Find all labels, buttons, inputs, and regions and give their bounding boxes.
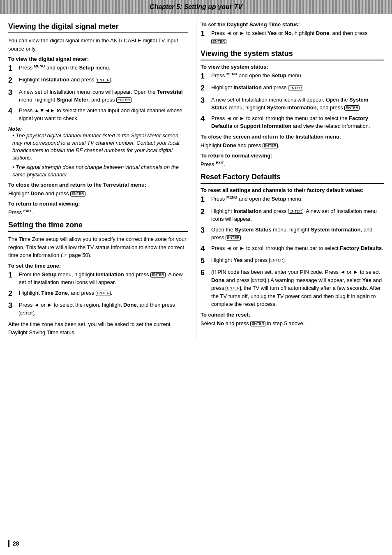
step-item: 4 Press ◄ or ► to scroll through the men… xyxy=(201,244,384,254)
menu-key: MENU xyxy=(226,195,238,199)
section4-title: Reset Factory Defaults xyxy=(201,173,384,184)
dst-sub: To set the Daylight Saving Time status: xyxy=(201,21,384,28)
exit-key: EXIT xyxy=(216,161,224,165)
section4-cancel-text: Select No and press ENTER in step 5 abov… xyxy=(201,319,384,328)
content-area: Viewing the digital signal meter You can… xyxy=(0,14,392,343)
enter-key: ENTER xyxy=(96,78,111,83)
note-title: Note: xyxy=(8,126,22,132)
section4-sub2: To cancel the reset: xyxy=(201,312,384,318)
header-title: Chapter 5: Setting up your TV xyxy=(150,3,242,10)
note-item: The physical digital channel number list… xyxy=(12,132,188,162)
section2-after-steps: After the time zone has been set, you wi… xyxy=(8,320,188,336)
section2-intro: The Time Zone setup will allow you to sp… xyxy=(8,235,188,259)
section3-title: Viewing the system status xyxy=(201,49,384,60)
note-item: The signal strength does not change betw… xyxy=(12,164,188,178)
section1-close-text: Highlight Done and press ENTER. xyxy=(8,190,188,198)
enter-key: ENTER xyxy=(19,311,34,316)
right-column: To set the Daylight Saving Time status: … xyxy=(196,18,384,339)
dst-steps: 1 Press ◄ or ► to select Yes or No, high… xyxy=(201,29,384,45)
section2-sub1: To set the time zone: xyxy=(8,263,188,269)
menu-key: MENU xyxy=(34,64,45,68)
step-item: 5 Highlight Yes and press ENTER. xyxy=(201,256,384,266)
enter-key: ENTER xyxy=(288,86,303,91)
enter-key: ENTER xyxy=(250,321,265,326)
left-column: Viewing the digital signal meter You can… xyxy=(8,18,196,339)
section-digital-signal-meter: Viewing the digital signal meter You can… xyxy=(8,22,188,217)
enter-key: ENTER xyxy=(263,143,278,148)
section-system-status: Viewing the system status To view the sy… xyxy=(201,49,384,169)
enter-key: ENTER xyxy=(150,272,166,278)
step-item: 1 Press ◄ or ► to select Yes or No, high… xyxy=(201,29,384,45)
enter-key: ENTER xyxy=(70,191,85,197)
section3-close-text: Highlight Done and press ENTER. xyxy=(201,141,384,150)
page-header: Chapter 5: Setting up your TV xyxy=(0,0,392,14)
enter-key: ENTER xyxy=(211,39,226,44)
enter-key: ENTER xyxy=(288,209,303,214)
step-item: 2 Highlight Installation and press ENTER… xyxy=(8,76,188,85)
enter-key: ENTER xyxy=(226,235,241,240)
step-item: 2 Highlight Installation and press ENTER… xyxy=(201,83,384,93)
step-item: 1 Press MENU and open the Setup menu. xyxy=(8,64,188,73)
section4-steps: 1 Press MENU and open the Setup menu. 2 … xyxy=(201,195,384,308)
step-item: 2 Highlight Installation and press ENTER… xyxy=(201,207,384,223)
step-item: 3 Open the System Status menu, highlight… xyxy=(201,226,384,242)
section3-sub1: To view the system status: xyxy=(201,64,384,70)
enter-key: ENTER xyxy=(269,258,284,263)
note-block: Note: The physical digital channel numbe… xyxy=(8,126,188,178)
section2-steps: 1 From the Setup menu, highlight Install… xyxy=(8,271,188,317)
dst-section: To set the Daylight Saving Time status: … xyxy=(201,21,384,45)
section3-sub2: To close the screen and return to the In… xyxy=(201,134,384,140)
page-number: 28 xyxy=(8,540,19,547)
section-reset-factory: Reset Factory Defaults To reset all sett… xyxy=(201,173,384,327)
step-item: 1 From the Setup menu, highlight Install… xyxy=(8,271,188,287)
step-item: 4 Press ◄ or ► to scroll through the men… xyxy=(201,114,384,130)
section3-steps: 1 Press MENU and open the Setup menu. 2 … xyxy=(201,72,384,130)
step-item: 3 A new set of Installation menu icons w… xyxy=(201,96,384,112)
section1-sub2: To close the screen and return to the Te… xyxy=(8,182,188,188)
step-item: 6 (If PIN code has been set, enter your … xyxy=(201,268,384,308)
section2-title: Setting the time zone xyxy=(8,221,188,232)
enter-key: ENTER xyxy=(251,278,266,283)
section3-return-text: Press EXIT. xyxy=(201,160,384,169)
enter-key: ENTER xyxy=(116,97,131,103)
enter-key: ENTER xyxy=(226,286,241,291)
section1-sub3: To return to normal viewing: xyxy=(8,201,188,207)
menu-key: MENU xyxy=(226,72,238,76)
step-item: 3 Press ◄ or ► to select the region, hig… xyxy=(8,301,188,317)
section1-intro: You can view the digital signal meter in… xyxy=(8,37,188,53)
section3-sub3: To return to normal viewing: xyxy=(201,153,384,159)
section1-title: Viewing the digital signal meter xyxy=(8,22,188,33)
section-time-zone: Setting the time zone The Time Zone setu… xyxy=(8,221,188,336)
section1-return-text: Press EXIT. xyxy=(8,208,188,217)
section1-sub1: To view the digital signal meter: xyxy=(8,56,188,62)
step-item: 2 Highlight Time Zone, and press ENTER. xyxy=(8,289,188,298)
section1-steps: 1 Press MENU and open the Setup menu. 2 … xyxy=(8,64,188,123)
step-item: 1 Press MENU and open the Setup menu. xyxy=(201,72,384,81)
step-item: 4 Press ▲▼◄► to select the antenna input… xyxy=(8,106,188,123)
step-item: 3 A new set of Installation menu icons w… xyxy=(8,88,188,104)
exit-key: EXIT xyxy=(23,209,32,213)
section4-sub1: To reset all settings and channels to th… xyxy=(201,187,384,193)
enter-key: ENTER xyxy=(344,105,360,111)
enter-key: ENTER xyxy=(96,291,111,296)
step-item: 1 Press MENU and open the Setup menu. xyxy=(201,195,384,204)
